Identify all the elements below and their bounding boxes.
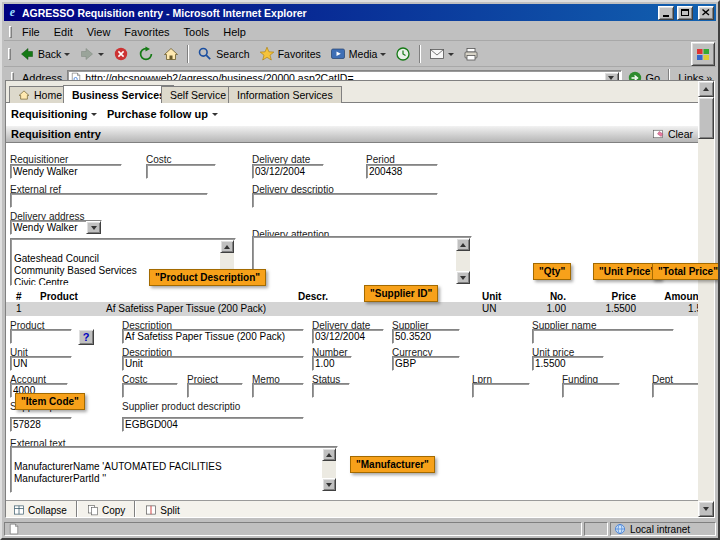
period-input[interactable] (366, 164, 438, 179)
scroll-up-icon (326, 453, 332, 457)
delivery-attention-textarea[interactable] (252, 236, 472, 286)
tab-self-service[interactable]: Self Service (161, 86, 235, 103)
scroll-up-button[interactable] (220, 240, 234, 253)
scroll-up-button[interactable] (456, 238, 470, 251)
back-label: Back (38, 48, 61, 60)
scrollbar-thumb[interactable] (698, 97, 714, 139)
delivery-date-input[interactable] (252, 164, 324, 179)
delivery-descriptio-input[interactable] (252, 193, 438, 208)
close-button[interactable] (698, 6, 714, 20)
print-button[interactable] (459, 43, 483, 65)
nav-purchase-follow-up[interactable]: Purchase follow up (107, 106, 218, 122)
back-button[interactable]: Back (15, 43, 74, 65)
nav-requisitioning[interactable]: Requisitioning (11, 106, 97, 122)
tab-information-services[interactable]: Information Services (228, 86, 342, 103)
grid-col-amount[interactable]: Amount (646, 291, 698, 302)
supplier-name-input[interactable] (532, 329, 674, 344)
menu-file[interactable]: File (15, 25, 47, 39)
ie-logo-icon: e (6, 5, 19, 20)
menu-favorites[interactable]: Favorites (117, 25, 176, 39)
scroll-down-button[interactable] (698, 501, 714, 517)
scroll-down-button[interactable] (456, 271, 470, 284)
product-input[interactable] (10, 329, 72, 344)
back-icon (19, 46, 35, 62)
grid-col-product[interactable]: Product (40, 291, 78, 302)
scroll-down-icon (326, 483, 332, 487)
menu-edit[interactable]: Edit (47, 25, 80, 39)
browser-toolbar: Back Search Favorites Media (4, 42, 716, 67)
currency-input[interactable] (392, 356, 460, 371)
lprn-input[interactable] (472, 383, 530, 398)
textarea-scrollbar[interactable] (456, 238, 470, 284)
delivery-address-select[interactable]: Wendy Walker (10, 220, 102, 235)
history-icon (395, 46, 411, 62)
unit-description-input[interactable] (122, 356, 304, 371)
nav-requisitioning-label: Requisitioning (11, 108, 87, 120)
scroll-up-button[interactable] (322, 448, 336, 461)
clear-label: Clear (668, 128, 693, 140)
media-button[interactable]: Media (326, 43, 391, 65)
split-label: Split (160, 505, 179, 516)
unit-price-input[interactable] (532, 356, 604, 371)
collapse-button[interactable]: Collapse (9, 503, 71, 517)
nav-purchase-follow-up-label: Purchase follow up (107, 108, 208, 120)
combo-dropdown-button[interactable] (86, 221, 101, 234)
stop-button[interactable] (109, 43, 133, 65)
refresh-button[interactable] (134, 43, 158, 65)
clear-button[interactable]: Clear (652, 128, 693, 140)
grid-col-price[interactable]: Price (581, 291, 636, 302)
menubar-grip (9, 26, 12, 38)
copy-button[interactable]: Copy (83, 503, 129, 517)
memo-input[interactable] (252, 383, 304, 398)
project-input[interactable] (187, 383, 243, 398)
dropdown-arrow-icon (91, 226, 97, 230)
page-scrollbar[interactable] (698, 81, 714, 517)
delivery-address-value: Wendy Walker (11, 222, 86, 233)
number-input[interactable] (312, 356, 352, 371)
maximize-button[interactable] (677, 6, 693, 20)
grid-col-descr[interactable]: Descr. (298, 291, 328, 302)
scroll-up-icon (703, 87, 709, 91)
status-input[interactable] (312, 383, 350, 398)
annotation-qty: "Qty" (533, 263, 571, 280)
external-ref-input[interactable] (10, 193, 208, 208)
scroll-down-button[interactable] (322, 478, 336, 491)
chevron-down-icon (212, 113, 218, 116)
textarea-scrollbar[interactable] (322, 448, 336, 491)
mail-button[interactable] (425, 43, 458, 65)
product-help-button[interactable]: ? (78, 329, 94, 345)
statusbar: Local intranet (4, 520, 716, 536)
minimize-button[interactable] (658, 6, 674, 20)
favorites-button[interactable]: Favorites (255, 43, 325, 65)
funding-input[interactable] (562, 383, 620, 398)
search-button[interactable]: Search (193, 43, 253, 65)
history-button[interactable] (391, 43, 415, 65)
supplier-product-descr-input[interactable] (122, 417, 304, 432)
detail-costc-input[interactable] (122, 383, 178, 398)
external-text-textarea[interactable]: ManufacturerName 'AUTOMATED FACILITIES M… (10, 446, 338, 493)
dept-input[interactable] (652, 383, 698, 398)
unit-input[interactable] (10, 356, 72, 371)
detail-delivery-date-input[interactable] (312, 329, 384, 344)
tab-business-services[interactable]: Business Services (63, 85, 174, 103)
grid-col-hash[interactable]: # (16, 291, 22, 302)
status-spacer-panel (584, 522, 608, 536)
split-button[interactable]: Split (141, 503, 183, 517)
grid-col-unit[interactable]: Unit (482, 291, 501, 302)
menu-help[interactable]: Help (216, 25, 253, 39)
menu-view[interactable]: View (80, 25, 118, 39)
collapse-label: Collapse (28, 505, 67, 516)
tab-home[interactable]: Home (9, 86, 71, 103)
grid-col-no[interactable]: No. (511, 291, 566, 302)
supplier-input[interactable] (392, 329, 460, 344)
search-icon (197, 46, 213, 62)
menu-tools[interactable]: Tools (177, 25, 217, 39)
requisitioner-input[interactable] (10, 164, 122, 179)
supplier-product-input[interactable] (10, 417, 72, 432)
costc-input[interactable] (146, 164, 216, 179)
forward-button[interactable] (75, 43, 108, 65)
scroll-up-button[interactable] (698, 81, 714, 97)
home-button[interactable] (159, 43, 183, 65)
globe-icon (614, 523, 626, 535)
description-input[interactable] (122, 329, 304, 344)
